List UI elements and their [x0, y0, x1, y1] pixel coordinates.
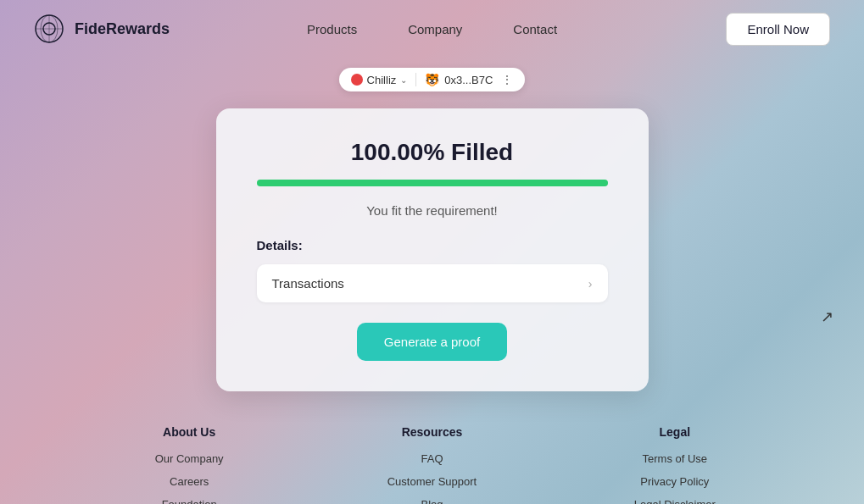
transactions-row[interactable]: Transactions ›: [257, 264, 608, 302]
footer-link-blog[interactable]: Blog: [421, 498, 443, 504]
wallet-bar: Chilliz ⌄ 🐯 0x3...B7C ⋮: [0, 68, 864, 91]
footer-link-our-company[interactable]: Our Company: [155, 452, 224, 465]
wallet-divider: [415, 73, 416, 86]
footer-legal-heading: Legal: [660, 425, 691, 439]
footer-link-foundation[interactable]: Foundation: [162, 498, 217, 504]
footer-link-faq[interactable]: FAQ: [421, 452, 443, 465]
network-name: Chilliz: [367, 74, 397, 86]
footer-resources: Resources FAQ Customer Support Blog: [310, 425, 553, 504]
progress-bar-container: [257, 180, 608, 186]
nav-link-products[interactable]: Products: [307, 22, 357, 36]
logo-icon: [34, 14, 64, 44]
footer: About Us Our Company Careers Foundation …: [0, 425, 864, 504]
nav-left: FideRewards: [34, 14, 170, 44]
wallet-menu-icon[interactable]: ⋮: [501, 73, 513, 86]
footer-link-careers[interactable]: Careers: [170, 475, 209, 488]
wallet-address: 🐯 0x3...B7C ⋮: [425, 73, 513, 86]
footer-link-disclaimer[interactable]: Legal Disclaimer: [634, 498, 716, 504]
fill-percentage: 100.00% Filled: [257, 139, 608, 166]
chevron-down-icon[interactable]: ⌄: [400, 75, 407, 85]
wallet-emoji: 🐯: [425, 73, 439, 86]
generate-proof-button[interactable]: Generate a proof: [357, 323, 507, 361]
main-content: 100.00% Filled You fit the requirement! …: [0, 108, 864, 391]
wallet-address-text: 0x3...B7C: [444, 74, 493, 86]
nav-link-company[interactable]: Company: [408, 22, 462, 36]
progress-bar-fill: [257, 180, 608, 186]
nav-link-contact[interactable]: Contact: [513, 22, 557, 36]
network-dot: [351, 74, 363, 86]
footer-about-us: About Us Our Company Careers Foundation: [68, 425, 310, 504]
footer-resources-heading: Resources: [402, 425, 463, 439]
progress-card: 100.00% Filled You fit the requirement! …: [216, 108, 649, 391]
footer-link-privacy[interactable]: Privacy Policy: [640, 475, 709, 488]
navbar: FideRewards Products Company Contact Enr…: [0, 0, 864, 58]
chevron-right-icon: ›: [588, 277, 593, 291]
details-label: Details:: [257, 238, 608, 252]
footer-link-terms[interactable]: Terms of Use: [643, 452, 708, 465]
wallet-network: Chilliz ⌄: [351, 74, 408, 86]
footer-about-us-heading: About Us: [163, 425, 215, 439]
footer-legal: Legal Terms of Use Privacy Policy Legal …: [554, 425, 796, 504]
footer-link-customer-support[interactable]: Customer Support: [387, 475, 477, 488]
enroll-button[interactable]: Enroll Now: [726, 13, 830, 46]
wallet-pill: Chilliz ⌄ 🐯 0x3...B7C ⋮: [339, 68, 526, 91]
nav-links: Products Company Contact: [307, 22, 557, 36]
fit-message: You fit the requirement!: [257, 203, 608, 218]
transactions-label: Transactions: [272, 276, 344, 291]
brand-name: FideRewards: [75, 20, 170, 38]
